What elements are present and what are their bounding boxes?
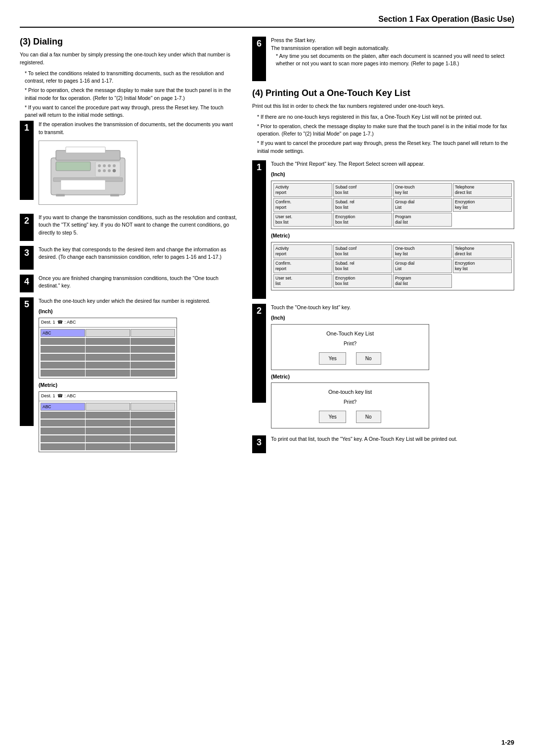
svg-point-9 bbox=[98, 169, 101, 172]
dest-row-0-metric: ABC bbox=[40, 402, 176, 412]
report-screen-metric: Activityreport Subad confbox list One-to… bbox=[271, 242, 514, 290]
dest-row-3-inch bbox=[40, 353, 176, 361]
dest-cell-2-inch bbox=[131, 329, 175, 337]
no-button-inch[interactable]: No bbox=[356, 352, 381, 365]
step-4-content: Once you are finished changing transmiss… bbox=[39, 275, 237, 290]
step-1: 1 If the operation involves the transmis… bbox=[20, 121, 237, 209]
page: Section 1 Fax Operation (Basic Use) (3) … bbox=[0, 0, 534, 756]
step-2: 2 If you want to change the transmission… bbox=[20, 214, 237, 241]
yes-button-metric[interactable]: Yes bbox=[319, 411, 346, 423]
cell-enc-box-metric: Encryptionbox list bbox=[333, 274, 392, 288]
dest-cell-d7-inch bbox=[41, 354, 85, 361]
cell-activity-inch: Activityreport bbox=[273, 183, 332, 197]
cell-userset-metric: User set.list bbox=[273, 274, 332, 288]
phone-icon-metric: ☎ bbox=[57, 393, 63, 400]
cell-onetouch-metric: One-touchkey list bbox=[393, 244, 452, 258]
dest-cell-m2 bbox=[86, 412, 130, 419]
print-screen-metric-title: One-touch key list bbox=[279, 388, 421, 396]
step-4-num: 4 bbox=[20, 275, 34, 292]
cell-subad-conf-inch: Subad confbox list bbox=[333, 183, 392, 197]
dest-abc-inch: : ABC bbox=[65, 319, 76, 326]
cell-telephone-inch: Telephonedirect list bbox=[453, 183, 512, 197]
cell-confirm-inch: Confirm.report bbox=[273, 198, 332, 212]
dest-row-5-inch bbox=[40, 369, 176, 377]
dest-cell-d10-inch bbox=[41, 362, 85, 369]
cell-empty-metric bbox=[453, 274, 512, 288]
dest-row-2-inch bbox=[40, 345, 176, 353]
right-step-2-content: Touch the "One-touch key list" key. (Inc… bbox=[271, 304, 514, 430]
cell-enc-box-inch: Encryptionbox list bbox=[333, 213, 392, 227]
printing-bullet-2: * Prior to operation, check the message … bbox=[252, 123, 514, 139]
right-step-2-text: Touch the "One-touch key list" key. bbox=[271, 304, 351, 310]
printing-intro: Print out this list in order to check th… bbox=[252, 102, 514, 110]
right-step-3: 3 To print out that list, touch the "Yes… bbox=[252, 435, 514, 453]
dest-abc-metric: : ABC bbox=[65, 393, 76, 400]
dest-header-row-inch: Dest. 1 ☎ : ABC bbox=[39, 318, 177, 328]
svg-rect-15 bbox=[56, 194, 65, 196]
step-6-num: 6 bbox=[252, 37, 266, 81]
svg-rect-16 bbox=[110, 194, 119, 196]
dest-cell-d15-inch bbox=[131, 370, 175, 377]
print-screen-metric-subtitle: Print? bbox=[279, 398, 421, 406]
dest-cell-m15 bbox=[131, 443, 175, 450]
dest-cell-m7 bbox=[41, 427, 85, 434]
right-step-2-num: 2 bbox=[252, 304, 266, 403]
dest-cell-d8-inch bbox=[86, 354, 130, 361]
right-step-1-text: Touch the "Print Report" key. The Report… bbox=[271, 161, 425, 167]
cell-telephone-metric: Telephonedirect list bbox=[453, 244, 512, 258]
step-6-content: Press the Start key. The transmission op… bbox=[271, 37, 514, 69]
step-1-text: If the operation involves the transmissi… bbox=[39, 121, 233, 135]
cell-encryption-metric: Encryptionkey list bbox=[453, 259, 512, 273]
step-6-bullet: * Any time you set documents on the plat… bbox=[271, 52, 514, 68]
dialing-bullet-3: * If you want to cancel the procedure pa… bbox=[20, 104, 237, 120]
step-6: 6 Press the Start key. The transmission … bbox=[252, 37, 514, 81]
cell-activity-metric: Activityreport bbox=[273, 244, 332, 258]
cell-userset-inch: User set.box list bbox=[273, 213, 332, 227]
dest-cell-abc-metric: ABC bbox=[41, 403, 85, 411]
dest-cell-d13-inch bbox=[41, 370, 85, 377]
cell-subad-rel-inch: Subad. relbox list bbox=[333, 198, 392, 212]
dest-row-4-metric bbox=[40, 435, 176, 443]
dest-row-3-metric bbox=[40, 427, 176, 435]
step-4: 4 Once you are finished changing transmi… bbox=[20, 275, 237, 292]
cell-encryption-inch: Encryptionkey list bbox=[453, 198, 512, 212]
cell-program-inch: Programdial list bbox=[393, 213, 452, 227]
dest-cell-2-metric bbox=[131, 403, 175, 411]
report-grid-inch: Activityreport Subad confbox list One-to… bbox=[273, 183, 512, 227]
dest-num-inch: Dest. 1 bbox=[41, 319, 55, 326]
dest-header-row-metric: Dest. 1 ☎ : ABC bbox=[39, 392, 177, 401]
svg-rect-4 bbox=[95, 162, 120, 177]
dest-cell-m6 bbox=[131, 420, 175, 426]
inch-label-left: (Inch) bbox=[39, 308, 237, 316]
right-step-1-num: 1 bbox=[252, 160, 266, 299]
print-screen-inch-title: One-Touch Key List bbox=[279, 330, 421, 338]
svg-point-10 bbox=[103, 169, 106, 172]
right-step-2: 2 Touch the "One-touch key list" key. (I… bbox=[252, 304, 514, 430]
cell-confirm-metric: Confirm.report bbox=[273, 259, 332, 273]
dest-row-4-inch bbox=[40, 361, 176, 369]
cell-program-metric: Programdial list bbox=[393, 274, 452, 288]
svg-rect-3 bbox=[56, 162, 90, 171]
dialing-bullet-1: * To select the conditions related to tr… bbox=[20, 70, 237, 86]
main-content: (3) Dialing You can dial a fax number by… bbox=[20, 37, 514, 459]
dest-cell-d6-inch bbox=[131, 346, 175, 353]
step-3: 3 Touch the key that corresponds to the … bbox=[20, 246, 237, 270]
print-screen-metric: One-touch key list Print? Yes No bbox=[271, 382, 429, 428]
dest-screen-inch: Dest. 1 ☎ : ABC ABC bbox=[39, 318, 177, 378]
dest-row-0-inch: ABC bbox=[40, 329, 176, 338]
right-step-3-num: 3 bbox=[252, 435, 266, 453]
no-button-metric[interactable]: No bbox=[356, 411, 381, 423]
svg-point-6 bbox=[103, 164, 106, 167]
dest-cell-d5-inch bbox=[86, 346, 130, 353]
print-screen-inch-subtitle: Print? bbox=[279, 340, 421, 347]
dest-num-metric: Dest. 1 bbox=[41, 393, 55, 400]
dest-cell-m1 bbox=[41, 412, 85, 419]
step-5-num: 5 bbox=[20, 297, 34, 426]
page-header: Section 1 Fax Operation (Basic Use) bbox=[20, 15, 514, 28]
dest-cell-m9 bbox=[131, 427, 175, 434]
report-screen-inch: Activityreport Subad confbox list One-to… bbox=[271, 181, 514, 229]
yes-button-inch[interactable]: Yes bbox=[319, 352, 346, 365]
step-1-num: 1 bbox=[20, 121, 34, 200]
step-1-content: If the operation involves the transmissi… bbox=[39, 121, 237, 209]
dest-cell-m4 bbox=[41, 420, 85, 426]
